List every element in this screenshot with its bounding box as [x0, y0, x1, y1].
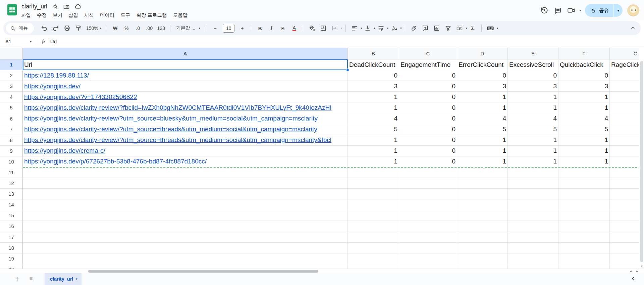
filter-views-button[interactable]	[454, 23, 465, 34]
cell-C7[interactable]: 0	[399, 124, 457, 135]
move-folder-icon[interactable]	[63, 3, 70, 10]
menu-item-6[interactable]: 도구	[118, 11, 133, 19]
cell-A7[interactable]: https://yongjins.dev/clarity-review/?utm…	[23, 124, 348, 135]
font-select[interactable]: 기본값 ...▾	[174, 23, 203, 34]
cell-F5[interactable]: 1	[558, 102, 610, 113]
cell-B7[interactable]: 5	[348, 124, 399, 135]
cell-D8[interactable]: 1	[457, 135, 508, 146]
font-size-input[interactable]: 10	[223, 24, 234, 33]
cell-E12[interactable]	[508, 178, 558, 189]
sheets-logo-icon[interactable]	[6, 3, 18, 16]
strikethrough-button[interactable]: S	[278, 23, 288, 34]
document-title[interactable]: clarity_url	[21, 3, 47, 10]
collapse-toolbar-button[interactable]	[630, 25, 636, 31]
insert-chart-button[interactable]	[432, 23, 442, 34]
cell-C9[interactable]: 0	[399, 146, 457, 156]
menu-item-1[interactable]: 수정	[34, 11, 50, 19]
cell-B1[interactable]: DeadClickCount	[348, 59, 399, 70]
input-tools-caret[interactable]: ▾	[496, 27, 498, 30]
text-wrap-caret[interactable]: ▾	[387, 27, 389, 30]
menu-item-2[interactable]: 보기	[50, 11, 65, 19]
insert-comment-button[interactable]	[420, 23, 430, 34]
row-header-17[interactable]: 17	[0, 232, 23, 243]
cell-F19[interactable]	[558, 253, 610, 264]
cell-B15[interactable]	[348, 210, 399, 221]
functions-button[interactable]: Σ	[468, 23, 478, 34]
cell-D16[interactable]	[457, 221, 508, 232]
redo-button[interactable]	[51, 23, 61, 34]
all-sheets-button[interactable]: ≡	[25, 273, 37, 285]
format-currency-button[interactable]: ₩	[110, 23, 120, 34]
vertical-align-button[interactable]	[363, 23, 373, 34]
share-dropdown-caret[interactable]: ▾	[614, 4, 623, 17]
row-header-16[interactable]: 16	[0, 221, 23, 232]
row-header-15[interactable]: 15	[0, 210, 23, 221]
cell-E17[interactable]	[508, 232, 558, 243]
increase-font-size-button[interactable]: +	[237, 23, 247, 34]
cell-D13[interactable]	[457, 189, 508, 199]
cell-D12[interactable]	[457, 178, 508, 189]
italic-button[interactable]: I	[266, 23, 276, 34]
vertical-scrollbar[interactable]: ▾	[639, 48, 644, 269]
create-filter-button[interactable]	[443, 23, 453, 34]
vertical-align-caret[interactable]: ▾	[374, 27, 375, 30]
cell-B20[interactable]	[348, 264, 399, 269]
zoom-select[interactable]: 150%▾	[85, 23, 102, 34]
menu-item-5[interactable]: 데이터	[97, 11, 118, 19]
cell-B9[interactable]: 1	[348, 146, 399, 156]
cell-F13[interactable]	[558, 189, 610, 199]
formula-input[interactable]: Url	[50, 39, 57, 44]
row-header-6[interactable]: 6	[0, 113, 23, 124]
cell-C13[interactable]	[399, 189, 457, 199]
cell-B19[interactable]	[348, 253, 399, 264]
cell-A3[interactable]: https://yongjins.dev/	[23, 81, 348, 92]
cell-D2[interactable]: 0	[457, 70, 508, 81]
cell-A2[interactable]: https://128.199.88.113/	[23, 70, 348, 81]
row-header-14[interactable]: 14	[0, 199, 23, 210]
cell-B10[interactable]: 1	[348, 156, 399, 167]
cell-B8[interactable]: 1	[348, 135, 399, 146]
cell-F2[interactable]: 0	[558, 70, 610, 81]
cell-E15[interactable]	[508, 210, 558, 221]
menu-item-8[interactable]: 도움말	[170, 11, 191, 19]
cell-C2[interactable]: 0	[399, 70, 457, 81]
row-header-7[interactable]: 7	[0, 124, 23, 135]
cell-E18[interactable]	[508, 243, 558, 253]
row-header-9[interactable]: 9	[0, 146, 23, 156]
name-box-caret[interactable]: ▾	[30, 40, 32, 43]
text-rotation-caret[interactable]: ▾	[400, 27, 402, 30]
cell-D10[interactable]: 1	[457, 156, 508, 167]
row-header-3[interactable]: 3	[0, 81, 23, 92]
cell-B14[interactable]	[348, 199, 399, 210]
cell-C19[interactable]	[399, 253, 457, 264]
select-all-corner[interactable]	[0, 48, 23, 59]
cell-A18[interactable]	[23, 243, 348, 253]
vertical-scrollbar-thumb[interactable]	[640, 61, 643, 262]
cell-E5[interactable]: 1	[508, 102, 558, 113]
cell-F6[interactable]: 4	[558, 113, 610, 124]
cell-E8[interactable]: 1	[508, 135, 558, 146]
cell-C8[interactable]: 0	[399, 135, 457, 146]
fill-color-button[interactable]	[307, 23, 317, 34]
meet-dropdown-caret[interactable]: ▾	[579, 9, 581, 12]
share-button[interactable]: 공유 ▾	[585, 4, 623, 17]
comments-icon[interactable]	[551, 4, 565, 17]
scroll-left-arrow[interactable]: ◂	[630, 269, 632, 273]
cell-D5[interactable]: 1	[457, 102, 508, 113]
cell-D4[interactable]: 1	[457, 92, 508, 102]
more-formats-button[interactable]: 123	[156, 23, 166, 34]
cell-F12[interactable]	[558, 178, 610, 189]
cell-A10[interactable]: https://yongjins.dev/p/672627bb-53b8-476…	[23, 156, 348, 167]
cell-A8[interactable]: https://yongjins.dev/clarity-review/?utm…	[23, 135, 348, 146]
cell-F4[interactable]: 1	[558, 92, 610, 102]
cell-E4[interactable]: 1	[508, 92, 558, 102]
row-header-12[interactable]: 12	[0, 178, 23, 189]
column-header-C[interactable]: C	[399, 48, 457, 59]
row-header-5[interactable]: 5	[0, 102, 23, 113]
cell-A4[interactable]: https://yongjins.dev/?v=1743302506822	[23, 92, 348, 102]
cell-C10[interactable]: 0	[399, 156, 457, 167]
text-wrap-button[interactable]	[376, 23, 386, 34]
horizontal-scrollbar[interactable]: ◂ ▸	[0, 269, 644, 273]
cell-E20[interactable]	[508, 264, 558, 269]
paint-format-button[interactable]	[73, 23, 84, 34]
